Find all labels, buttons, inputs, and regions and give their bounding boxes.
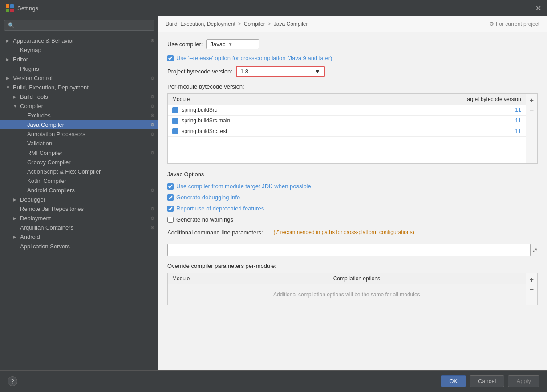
sidebar-item-remote-jar[interactable]: Remote Jar Repositories ⚙ [0,204,158,214]
generate-no-warnings-row: Generate no warnings [167,216,538,223]
module-version: 11 [348,115,525,126]
generate-no-warnings-label[interactable]: Generate no warnings [176,216,233,223]
sidebar: ▶ Appearance & Behavior ⚙ Keymap ▶ Edito… [0,16,158,370]
cmd-input-row: ⤢ [167,244,538,256]
generate-debug-label[interactable]: Generate debugging info [176,194,240,201]
settings-icon: ⚙ [150,38,154,43]
ok-button[interactable]: OK [441,375,466,387]
sidebar-item-build-tools[interactable]: ▶ Build Tools ⚙ [0,92,158,101]
sidebar-item-debugger[interactable]: ▶ Debugger [0,195,158,204]
per-module-label: Per-module bytecode version: [167,83,538,90]
sidebar-item-label: ActionScript & Flex Compiler [27,168,154,175]
sidebar-item-label: Android [20,234,154,240]
sidebar-item-deployment[interactable]: ▶ Deployment ⚙ [0,214,158,223]
compiler-select[interactable]: Javac ▼ [206,39,259,49]
module-version: 11 [348,105,525,116]
sidebar-item-version-control[interactable]: ▶ Version Control ⚙ [0,73,158,83]
use-compiler-module-row: Use compiler from module target JDK when… [167,183,538,190]
module-name: spring.buildSrc [168,105,348,116]
use-compiler-row: Use compiler: Javac ▼ [167,39,538,49]
javac-section-divider: Javac Options [167,171,538,178]
badge-icon: ⚙ [150,188,154,193]
badge-icon: ⚙ [150,104,154,109]
sidebar-item-plugins[interactable]: Plugins [0,64,158,73]
sidebar-item-annotation-processors[interactable]: Annotation Processors ⚙ [0,129,158,139]
sidebar-item-actionscript-compiler[interactable]: ActionScript & Flex Compiler [0,167,158,176]
breadcrumb-bar: Build, Execution, Deployment > Compiler … [158,16,547,32]
remove-override-button[interactable]: − [528,285,535,295]
release-option-label[interactable]: Use '--release' option for cross-compila… [176,55,332,61]
sidebar-item-keymap[interactable]: Keymap [0,45,158,55]
arrow-icon: ▼ [6,85,13,90]
sidebar-item-label: RMI Compiler [27,150,149,156]
override-table-inner: Module Compilation options Additional co… [168,273,526,305]
cmd-input-field[interactable] [167,244,531,256]
sidebar-item-rmi-compiler[interactable]: RMI Compiler ⚙ [0,148,158,158]
sidebar-item-excludes[interactable]: Excludes ⚙ [0,111,158,120]
override-table-container: Module Compilation options Additional co… [167,273,538,305]
sidebar-item-arquillian[interactable]: Arquillian Containers ⚙ [0,223,158,232]
svg-rect-2 [6,9,9,12]
sidebar-item-label: Java Compiler [27,121,149,128]
sidebar-item-android[interactable]: ▶ Android [0,232,158,242]
bytecode-version-select[interactable]: 1.8 ▼ [236,66,325,77]
apply-button[interactable]: Apply [508,375,539,387]
use-compiler-module-label[interactable]: Use compiler from module target JDK when… [176,183,311,190]
help-button[interactable]: ? [8,376,17,386]
sidebar-item-java-compiler[interactable]: Java Compiler ⚙ [0,120,158,129]
release-option-checkbox[interactable] [167,55,174,61]
remove-module-button[interactable]: − [528,105,535,115]
release-option-row: Use '--release' option for cross-compila… [167,55,538,61]
sidebar-item-application-servers[interactable]: Application Servers [0,242,158,251]
section-line [207,174,538,174]
arrow-icon: ▼ [13,104,20,109]
module-table-container: Module Target bytecode version spring.bu… [167,93,538,164]
generate-no-warnings-checkbox[interactable] [167,217,174,223]
report-deprecated-checkbox[interactable] [167,206,174,212]
use-compiler-module-checkbox[interactable] [167,183,174,190]
sidebar-item-label: Kotlin Compiler [27,178,154,184]
override-col2-header: Compilation options [329,273,526,284]
table-row[interactable]: spring.buildSrc.test 11 [168,126,526,137]
report-deprecated-row: Report use of deprecated features [167,205,538,212]
expand-icon[interactable]: ⤢ [532,247,538,254]
badge-icon: ⚙ [150,122,154,127]
sidebar-item-kotlin-compiler[interactable]: Kotlin Compiler [0,176,158,186]
javac-options: Use compiler from module target JDK when… [167,183,538,223]
sidebar-item-build-execution[interactable]: ▼ Build, Execution, Deployment [0,83,158,92]
breadcrumb-part3: Java Compiler [274,21,308,27]
panel-content: Use compiler: Javac ▼ Use '--release' op… [158,32,547,370]
override-empty-message: Additional compilation options will be t… [168,284,526,305]
table-row[interactable]: spring.buildSrc.main 11 [168,115,526,126]
module-table: Module Target bytecode version spring.bu… [168,94,526,163]
cancel-button[interactable]: Cancel [470,375,504,387]
arrow-icon: ▶ [13,216,20,221]
module-col-header: Module [168,94,348,105]
dropdown-arrow-icon: ▼ [315,68,320,75]
sidebar-item-groovy-compiler[interactable]: Groovy Compiler [0,158,158,167]
sidebar-item-label: Remote Jar Repositories [20,206,149,212]
sidebar-item-label: Annotation Processors [27,131,149,137]
sidebar-item-compiler[interactable]: ▼ Compiler ⚙ [0,101,158,111]
override-label: Override compiler parameters per-module: [167,263,538,269]
sidebar-item-android-compilers[interactable]: Android Compilers ⚙ [0,186,158,195]
arrow-icon: ▶ [6,76,13,81]
search-input[interactable] [4,20,154,31]
settings-icon: ⚙ [489,21,494,27]
sidebar-item-editor[interactable]: ▶ Editor [0,55,158,64]
sidebar-item-validation[interactable]: Validation [0,139,158,148]
close-button[interactable]: ✕ [535,4,541,12]
bytecode-version-row: Project bytecode version: 1.8 ▼ [167,66,538,77]
table-row[interactable]: spring.buildSrc 11 [168,105,526,116]
module-version: 11 [348,126,525,137]
sidebar-item-label: Appearance & Behavior [13,37,149,44]
sidebar-item-appearance[interactable]: ▶ Appearance & Behavior ⚙ [0,36,158,45]
badge-icon: ⚙ [150,132,154,137]
breadcrumb-sep1: > [238,21,241,27]
add-override-button[interactable]: + [528,275,535,285]
add-module-button[interactable]: + [528,96,535,105]
javac-section-title: Javac Options [167,171,204,178]
module-name: spring.buildSrc.main [168,115,348,126]
generate-debug-checkbox[interactable] [167,194,174,201]
report-deprecated-label[interactable]: Report use of deprecated features [176,205,264,212]
